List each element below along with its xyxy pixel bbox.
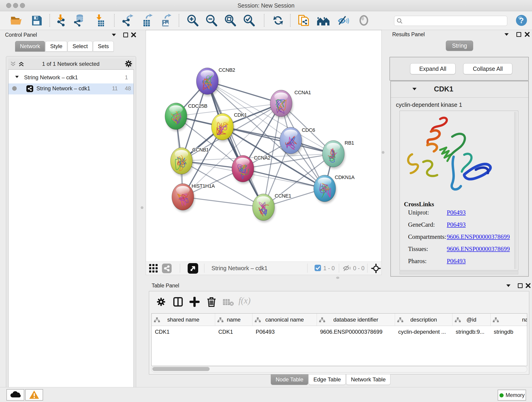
help-icon[interactable]: ?	[515, 14, 528, 27]
table-cell[interactable]: 9606.ENSP00000378699	[317, 326, 395, 338]
table-gear-icon[interactable]	[157, 297, 166, 306]
options-gear-icon[interactable]	[125, 60, 133, 68]
tree-expand-icon[interactable]	[15, 76, 19, 78]
column-header-databaseidentifier[interactable]: database identifier	[317, 313, 395, 326]
panel-close-icon[interactable]	[525, 32, 530, 37]
add-column-icon[interactable]	[190, 297, 200, 307]
zoom-selected-icon[interactable]	[242, 14, 255, 27]
tab-sets[interactable]: Sets	[93, 41, 114, 51]
table-cell[interactable]: cyclin-dependent ...	[395, 326, 452, 338]
column-header-description[interactable]: description	[395, 313, 452, 326]
node-label-CCNA2: CCNA2	[254, 155, 270, 161]
export-image-icon[interactable]	[159, 14, 172, 27]
birds-eye-view-icon[interactable]	[188, 263, 198, 274]
panel-close-icon[interactable]	[526, 283, 531, 288]
edge-CDK1-RB1[interactable]	[222, 127, 333, 154]
tab-node-table[interactable]: Node Table	[271, 374, 308, 385]
vertical-scrollbar[interactable]	[514, 112, 517, 269]
panel-menu-icon[interactable]	[112, 34, 116, 36]
network-view-toolbar: String Network – cdk1 1 - 0 0 - 0	[146, 262, 382, 275]
panel-menu-icon[interactable]	[506, 284, 510, 287]
crosslink-link[interactable]: 9606.ENSP00000378699	[447, 233, 510, 240]
zoom-fit-icon[interactable]	[224, 14, 236, 27]
crosslink-link[interactable]: 9606.ENSP00000378699	[447, 245, 510, 253]
warning-button[interactable]	[25, 389, 43, 401]
expand-all-button[interactable]: Expand All	[410, 63, 456, 74]
node-CCNB2[interactable]: CCNB2	[196, 67, 235, 96]
splitter-handle[interactable]	[141, 206, 143, 209]
collapse-all-button[interactable]: Collapse All	[463, 63, 512, 74]
column-header-name[interactable]: name	[215, 313, 253, 326]
grid-view-icon[interactable]	[149, 264, 158, 273]
network-collection-row[interactable]: String Network – cdk1 1	[8, 72, 133, 83]
node-CDC25B[interactable]: CDC25B	[165, 103, 207, 131]
node-CDKN1A[interactable]: CDKN1A	[314, 174, 355, 204]
node-HIST1H1A[interactable]: HIST1H1A	[172, 183, 215, 212]
panel-close-icon[interactable]	[131, 32, 136, 37]
panel-float-icon[interactable]	[518, 283, 523, 288]
crosslink-link[interactable]: P06493	[447, 209, 466, 216]
tab-style[interactable]: Style	[45, 41, 67, 51]
crosslink-link[interactable]: P06493	[447, 221, 466, 228]
table-cell[interactable]: P06493	[253, 326, 317, 338]
node-CCNA2[interactable]: CCNA2	[232, 155, 270, 184]
network-canvas[interactable]: CCNB2CCNA1CDC25BCDK1CDC6RB1CCNB1CCNA2CDK…	[146, 30, 382, 262]
column-select-icon[interactable]	[173, 297, 183, 307]
node-CCNE1[interactable]: CCNE1	[253, 193, 291, 222]
gene-symbol: CDK1	[434, 85, 453, 93]
gene-card-header[interactable]: CDK1	[391, 81, 528, 98]
search-input[interactable]	[394, 16, 507, 26]
node-CDC6[interactable]: CDC6	[280, 127, 315, 156]
column-header-sharedname[interactable]: shared name	[152, 313, 215, 326]
horizontal-scrollbar[interactable]	[399, 271, 518, 274]
open-session-icon[interactable]	[10, 14, 22, 27]
memory-button[interactable]: Memory	[498, 390, 526, 401]
tab-network[interactable]: Network	[15, 41, 45, 51]
node-count: 11	[112, 85, 118, 92]
splitter-handle[interactable]	[382, 151, 385, 154]
save-session-icon[interactable]	[30, 14, 43, 27]
table-cell[interactable]: stringdb:9...	[452, 326, 491, 338]
export-table-icon[interactable]	[140, 14, 153, 27]
share-document-icon[interactable]	[298, 14, 310, 27]
panel-float-icon[interactable]	[516, 32, 521, 37]
edge-HIST1H1A-CCNE1[interactable]	[183, 197, 264, 207]
tab-string[interactable]: String	[446, 41, 473, 51]
table-cell[interactable]: stringdb	[491, 326, 527, 338]
node-table[interactable]: shared nameCDK1nameCDK1canonical nameP06…	[152, 313, 527, 366]
node-RB1[interactable]: RB1	[322, 140, 354, 169]
tab-network-table[interactable]: Network Table	[346, 374, 391, 385]
import-network-database-icon[interactable]	[73, 14, 86, 27]
protein-structure-image	[404, 113, 496, 194]
node-CCNA1[interactable]: CCNA1	[270, 89, 311, 119]
import-network-file-icon[interactable]	[56, 14, 68, 27]
network-share-icon[interactable]	[162, 264, 172, 273]
delete-icon[interactable]	[206, 296, 216, 307]
table-cell[interactable]: CDK1	[215, 326, 253, 338]
column-header-canonicalname[interactable]: canonical name	[253, 313, 317, 326]
zoom-in-icon[interactable]	[186, 14, 199, 27]
table-hscrollbar[interactable]	[152, 366, 527, 372]
crosslink-link[interactable]: P06493	[447, 258, 466, 265]
cloud-button[interactable]	[6, 389, 24, 401]
string-home-icon[interactable]	[317, 14, 329, 27]
refresh-icon[interactable]	[272, 14, 285, 27]
tab-select[interactable]: Select	[68, 41, 93, 51]
column-header-namespace[interactable]: namespace	[491, 313, 527, 326]
node-CDK1[interactable]: CDK1	[211, 112, 247, 142]
column-header-id[interactable]: @id	[452, 313, 491, 326]
zoom-out-icon[interactable]	[205, 14, 218, 27]
panel-menu-icon[interactable]	[505, 33, 509, 36]
tab-edge-table[interactable]: Edge Table	[309, 374, 346, 385]
panel-float-icon[interactable]	[123, 32, 128, 37]
hide-glass-eye-icon[interactable]	[337, 14, 350, 27]
hidden-eye-icon[interactable]	[342, 264, 352, 272]
import-table-icon[interactable]	[94, 14, 107, 27]
fit-content-crosshair-icon[interactable]	[371, 263, 381, 274]
export-network-icon[interactable]	[121, 14, 134, 27]
network-row-selected[interactable]: String Network – cdk1 11 48	[8, 83, 133, 95]
selected-checkbox-icon[interactable]	[315, 265, 321, 271]
edge-CCNB2-CCNE1[interactable]	[207, 81, 264, 207]
collapse-gene-icon[interactable]	[412, 88, 417, 90]
table-cell[interactable]: CDK1	[152, 326, 215, 338]
